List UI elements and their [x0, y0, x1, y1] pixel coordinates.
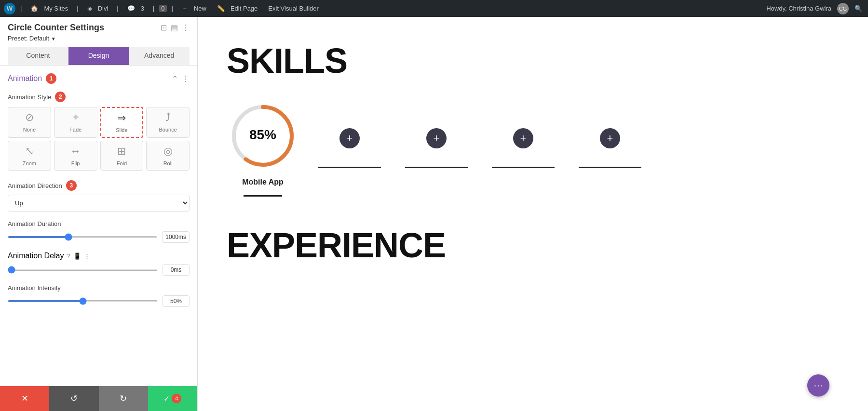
exit-visual-builder-button[interactable]: Exit Visual Builder	[264, 5, 323, 12]
anim-style-fade[interactable]: ✦ Fade	[54, 107, 97, 138]
skill-placeholder-1: +	[313, 128, 386, 168]
comments-count: 3	[139, 5, 146, 12]
anim-style-slide[interactable]: ⇒ Slide	[100, 107, 144, 138]
skill-placeholder-3: +	[487, 128, 559, 168]
anim-style-flip[interactable]: ↔ Flip	[54, 141, 97, 171]
zoom-icon: ⤡	[25, 145, 34, 158]
none-label: None	[23, 127, 36, 133]
experience-section: EXPERIENCE	[227, 225, 839, 265]
bounce-icon: ⤴	[165, 111, 171, 124]
delay-slider[interactable]	[8, 269, 158, 271]
save-button[interactable]: ✓ 4	[148, 386, 197, 411]
animation-title-text: Animation	[8, 74, 42, 83]
experience-heading: EXPERIENCE	[227, 225, 839, 265]
settings-panel: Circle Counter Settings ⊡ ▤ ⋮ Preset: De…	[0, 17, 198, 411]
none-icon: ⊘	[25, 111, 34, 124]
my-sites-link[interactable]: 🏠 My Sites	[27, 5, 72, 12]
edit-page-button[interactable]: ✏️ Edit Page	[213, 5, 261, 12]
circle-counter: 85% Mobile App	[227, 100, 299, 197]
avatar: CG	[837, 3, 849, 14]
top-bar: W | 🏠 My Sites | ◈ Divi | 💬 3 | 0 | ＋ Ne…	[0, 0, 868, 17]
delay-slider-wrap: 0ms	[8, 264, 190, 276]
panel-more-icon[interactable]: ⋮	[182, 23, 190, 32]
comments-link[interactable]: 💬 3	[123, 5, 148, 12]
placeholder-line-1	[318, 167, 381, 168]
duration-slider-wrap: 1000ms	[8, 231, 190, 243]
search-icon[interactable]: 🔍	[853, 5, 864, 12]
add-skill-button-4[interactable]: +	[600, 128, 620, 148]
placeholder-line-2	[405, 167, 468, 168]
sidebar-header: Circle Counter Settings ⊡ ▤ ⋮ Preset: De…	[0, 17, 197, 66]
add-skill-button-1[interactable]: +	[339, 128, 360, 148]
save-badge: 4	[172, 394, 181, 403]
zoom-label: Zoom	[23, 160, 36, 166]
top-bar-left: W | 🏠 My Sites | ◈ Divi | 💬 3 | 0 | ＋ Ne…	[4, 3, 762, 14]
flip-icon: ↔	[70, 145, 81, 158]
anim-style-label: Animation Style	[8, 93, 51, 101]
intensity-slider[interactable]	[8, 300, 158, 302]
fold-icon: ⊞	[117, 145, 126, 158]
undo-button[interactable]: ↺	[49, 386, 98, 411]
divi-link[interactable]: ◈ Divi	[83, 5, 112, 12]
delay-help-icon[interactable]: ?	[67, 252, 70, 260]
delay-mobile-icon[interactable]: 📱	[73, 252, 81, 260]
fade-label: Fade	[69, 127, 81, 133]
new-label: New	[192, 5, 208, 12]
animation-direction-field: Animation Direction 3 Up Down Left Right	[8, 180, 190, 212]
direction-badge: 3	[66, 180, 77, 191]
intensity-slider-wrap: 50%	[8, 295, 190, 307]
delay-value[interactable]: 0ms	[163, 264, 190, 276]
direction-select[interactable]: Up Down Left Right	[8, 195, 190, 212]
sidebar-toolbar: ✕ ↺ ↻ ✓ 4	[0, 386, 197, 411]
animation-badge: 1	[46, 73, 56, 84]
animation-style-field: Animation Style 2 ⊘ None ✦ Fade	[8, 92, 190, 171]
section-more-icon[interactable]: ⋮	[182, 74, 190, 83]
preset-label: Preset: Default ▼	[8, 35, 190, 42]
skills-row: 85% Mobile App + + +	[227, 100, 839, 197]
window-resize-icon[interactable]: ⊡	[161, 23, 167, 32]
intensity-value[interactable]: 50%	[163, 295, 190, 307]
circle-underline	[244, 195, 282, 197]
delay-label: Animation Delay	[8, 252, 64, 260]
bounce-label: Bounce	[159, 127, 176, 133]
exit-vb-label: Exit Visual Builder	[266, 5, 321, 12]
bubble-count: 0	[159, 5, 166, 12]
wordpress-icon[interactable]: W	[4, 3, 15, 14]
floating-dots-button[interactable]: ⋯	[807, 374, 829, 397]
tab-content[interactable]: Content	[8, 47, 68, 65]
intensity-label: Animation Intensity	[8, 284, 190, 292]
panel-layout-icon[interactable]: ▤	[171, 23, 178, 32]
sidebar-tabs: Content Design Advanced	[8, 47, 190, 65]
new-button[interactable]: ＋ New	[178, 4, 210, 13]
slide-icon: ⇒	[117, 112, 126, 124]
skills-section: SKILLS 85%	[227, 41, 839, 197]
anim-style-none[interactable]: ⊘ None	[8, 107, 51, 138]
duration-value[interactable]: 1000ms	[162, 231, 190, 243]
canvas: SKILLS 85%	[198, 17, 868, 411]
anim-style-roll[interactable]: ◎ Roll	[146, 141, 190, 171]
animation-section-title: Animation 1	[8, 73, 56, 84]
add-skill-button-2[interactable]: +	[426, 128, 447, 148]
redo-button[interactable]: ↻	[99, 386, 148, 411]
circle-svg-wrap: 85%	[227, 100, 299, 172]
anim-style-bounce[interactable]: ⤴ Bounce	[146, 107, 190, 138]
panel-title-icons: ⊡ ▤ ⋮	[161, 23, 190, 32]
main-layout: Circle Counter Settings ⊡ ▤ ⋮ Preset: De…	[0, 17, 868, 411]
howdy-text: Howdy, Christina Gwira	[764, 5, 833, 12]
svg-text:85%: 85%	[249, 127, 276, 142]
add-skill-button-3[interactable]: +	[513, 128, 533, 148]
circle-label: Mobile App	[242, 178, 284, 186]
collapse-icon[interactable]: ⌃	[172, 74, 178, 83]
roll-label: Roll	[163, 160, 173, 166]
tab-advanced[interactable]: Advanced	[129, 47, 190, 65]
edit-page-label: Edit Page	[229, 5, 259, 12]
preset-value[interactable]: Preset: Default	[8, 35, 49, 42]
cancel-button[interactable]: ✕	[0, 386, 49, 411]
delay-more-icon[interactable]: ⋮	[84, 252, 90, 260]
animation-duration-field: Animation Duration 1000ms	[8, 220, 190, 243]
duration-slider[interactable]	[8, 236, 157, 238]
anim-style-fold[interactable]: ⊞ Fold	[100, 141, 144, 171]
anim-style-zoom[interactable]: ⤡ Zoom	[8, 141, 51, 171]
dots-icon: ⋯	[814, 380, 823, 391]
tab-design[interactable]: Design	[68, 47, 129, 65]
